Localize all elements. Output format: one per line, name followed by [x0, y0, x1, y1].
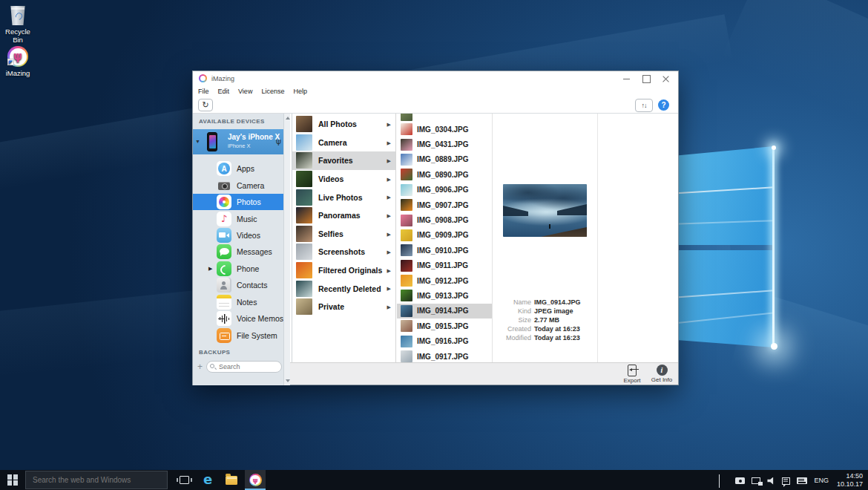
menu-item[interactable]: File — [194, 88, 214, 95]
photo-thumbnail — [401, 123, 412, 135]
file-row[interactable]: IMG_0912.JPG — [397, 273, 492, 288]
get-info-button[interactable]: Get Info — [645, 364, 679, 383]
album-row[interactable]: Videos — [292, 170, 395, 189]
chevron-right-icon — [387, 177, 391, 183]
scroll-down-icon[interactable] — [286, 379, 290, 382]
search-icon — [210, 364, 214, 368]
album-row[interactable]: Panoramas — [292, 206, 395, 225]
album-row[interactable]: Live Photos — [292, 188, 395, 206]
file-row[interactable]: IMG_0890.JPG — [397, 167, 492, 182]
light-burst — [771, 343, 777, 350]
hidden-icons-button[interactable] — [719, 475, 729, 485]
file-row[interactable]: IMG_0915.JPG — [397, 318, 492, 333]
sidebar-item[interactable]: File System — [193, 327, 283, 343]
disclosure-triangle-icon[interactable]: ▼ — [195, 139, 200, 144]
album-row[interactable]: All Photos — [292, 115, 395, 134]
file-details: Name IMG_0914.JPG Kind JPEG image Size 2… — [496, 298, 595, 342]
file-row[interactable]: IMG_0304.JPG — [397, 122, 492, 137]
export-icon — [628, 365, 637, 376]
file-explorer-button[interactable] — [221, 470, 242, 490]
task-view-button[interactable] — [174, 470, 194, 490]
recycle-bin-icon — [10, 6, 26, 25]
sidebar-item[interactable]: Phone — [193, 261, 283, 277]
chevron-right-icon — [387, 286, 391, 292]
network-icon[interactable] — [752, 477, 760, 484]
file-row[interactable]: IMG_0907.JPG — [397, 197, 492, 212]
sidebar-item[interactable]: Camera — [193, 177, 283, 193]
camera-tray-icon[interactable] — [735, 477, 745, 484]
shortcut-arrow-icon: ◤ — [7, 59, 14, 65]
taskbar-search-input[interactable] — [26, 476, 167, 484]
sidebar-search-row: + — [193, 361, 283, 376]
file-row[interactable]: IMG_0889.JPG — [397, 152, 492, 167]
refresh-button[interactable]: ↻ — [198, 99, 213, 111]
sort-button[interactable]: ↑↓ — [635, 99, 653, 112]
close-button[interactable] — [660, 74, 671, 84]
album-row[interactable]: Selfies — [292, 225, 395, 244]
toolbar: ↻ ↑↓ ? — [193, 97, 678, 114]
help-button[interactable]: ? — [658, 99, 669, 111]
minimize-button[interactable] — [622, 74, 632, 84]
scroll-up-icon[interactable] — [286, 117, 290, 120]
photo-thumbnail — [401, 215, 412, 226]
album-row[interactable]: Private — [292, 298, 395, 316]
album-thumbnail — [296, 171, 312, 187]
photo-thumbnail — [401, 154, 412, 166]
file-row[interactable]: IMG_0910.JPG — [397, 243, 492, 258]
contacts-icon — [217, 278, 231, 293]
desktop: Recycle Bin ◤ iMazing iMazing FileEditVi… — [0, 0, 868, 490]
taskbar-search[interactable] — [25, 471, 168, 489]
file-row[interactable]: IMG_0431.JPG — [397, 137, 492, 151]
keyboard-icon[interactable] — [797, 477, 807, 484]
file-row[interactable]: IMG_0917.JPG — [397, 349, 492, 362]
imazing-taskbar-button[interactable] — [245, 470, 266, 490]
photo-thumbnail — [401, 199, 412, 211]
file-row[interactable]: IMG_0906.JPG — [397, 183, 492, 197]
device-row[interactable]: ▼ Jay's iPhone X iPhone X ψ — [193, 129, 283, 154]
album-row[interactable]: Screenshots — [292, 243, 395, 261]
start-button[interactable] — [0, 470, 25, 490]
title-bar[interactable]: iMazing — [193, 71, 678, 85]
detail-row: Created Today at 16:23 — [496, 324, 595, 333]
file-row[interactable]: IMG_0908.JPG — [397, 212, 492, 227]
menu-item[interactable]: View — [234, 88, 257, 95]
desktop-icon-recycle-bin[interactable]: Recycle Bin — [0, 6, 36, 44]
photo-thumbnail — [401, 336, 412, 347]
sidebar-item[interactable]: Apps — [193, 160, 283, 177]
album-row[interactable]: Camera — [292, 134, 395, 152]
system-tray: ENG 14:50 10.10.17 — [719, 472, 868, 488]
sidebar-item[interactable]: Videos — [193, 227, 283, 244]
light-burst — [772, 146, 776, 150]
refresh-icon: ↻ — [202, 100, 208, 110]
language-indicator[interactable]: ENG — [814, 477, 829, 484]
search-input[interactable] — [206, 361, 282, 373]
sidebar-item[interactable]: Photos — [193, 194, 283, 210]
file-row[interactable]: IMG_0914.JPG — [397, 304, 492, 318]
album-row[interactable]: Favorites — [292, 151, 395, 170]
chevron-right-icon — [387, 158, 391, 164]
volume-icon[interactable] — [767, 477, 775, 485]
menu-item[interactable]: License — [257, 88, 289, 95]
file-row[interactable]: IMG_0916.JPG — [397, 333, 492, 348]
album-row[interactable]: Filtered Originals — [292, 261, 395, 280]
album-row[interactable]: Recently Deleted — [292, 279, 395, 298]
action-center-icon[interactable] — [782, 477, 790, 485]
sidebar-item[interactable]: Voice Memos — [193, 310, 283, 327]
file-row[interactable]: IMG_0911.JPG — [397, 258, 492, 273]
add-button[interactable]: + — [197, 362, 203, 372]
menu-item[interactable]: Help — [289, 88, 312, 95]
file-row[interactable]: IMG_0913.JPG — [397, 288, 492, 303]
file-row[interactable]: IMG_0909.JPG — [397, 228, 492, 243]
file-row[interactable] — [397, 114, 492, 122]
clock[interactable]: 14:50 10.10.17 — [835, 472, 863, 488]
sidebar-item[interactable]: Contacts — [193, 277, 283, 293]
maximize-button[interactable] — [641, 74, 651, 84]
sidebar-scrollbar[interactable] — [283, 114, 290, 385]
chevron-right-icon — [387, 195, 391, 200]
menu-item[interactable]: Edit — [214, 88, 234, 95]
sidebar-item[interactable]: Messages — [193, 244, 283, 260]
desktop-icon-imazing[interactable]: ◤ iMazing — [0, 46, 36, 77]
edge-button[interactable] — [197, 470, 218, 490]
sidebar-item[interactable]: Music — [193, 210, 283, 226]
sidebar-item[interactable]: Notes — [193, 294, 283, 310]
